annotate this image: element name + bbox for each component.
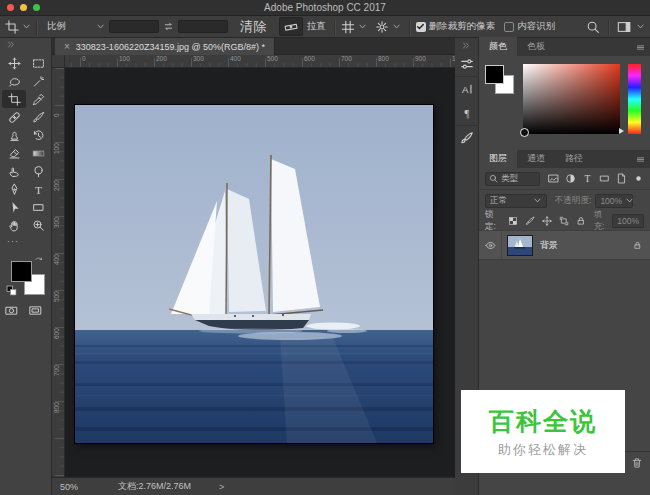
foreground-color-swatch[interactable]	[11, 261, 32, 282]
adjustments-panel-button[interactable]	[455, 52, 479, 77]
move-tool[interactable]	[2, 54, 26, 72]
zoom-level-field[interactable]: 50%	[60, 482, 100, 492]
paragraph-icon: ¶	[460, 106, 474, 120]
eyedropper-tool[interactable]	[26, 90, 50, 108]
level-icon	[284, 20, 298, 34]
swap-dimensions-icon[interactable]	[163, 21, 174, 32]
pen-tool[interactable]	[2, 180, 26, 198]
ruler-label: 500	[267, 55, 278, 62]
fill-field[interactable]: 100%	[612, 214, 644, 228]
quick-selection-tool[interactable]	[26, 72, 50, 90]
delete-cropped-checkbox[interactable]: 删除裁剪的像素	[416, 20, 496, 33]
saturation-brightness-field[interactable]	[523, 64, 620, 134]
halfcircle-icon[interactable]	[565, 173, 576, 184]
type-tool[interactable]: T	[26, 180, 50, 198]
ruler-label: 100	[53, 143, 60, 154]
history-brush-tool[interactable]	[26, 126, 50, 144]
opacity-label: 不透明度:	[555, 195, 591, 207]
foreground-color-swatch[interactable]	[485, 65, 504, 84]
eraser-tool[interactable]	[2, 144, 26, 162]
dodge-tool[interactable]	[26, 162, 50, 180]
delete-cropped-label[interactable]: 删除裁剪的像素	[429, 20, 496, 33]
gradient-tool[interactable]	[26, 144, 50, 162]
trash-icon[interactable]	[631, 457, 643, 469]
panel-menu-icon[interactable]	[636, 155, 645, 164]
crop-settings-button[interactable]	[375, 20, 401, 34]
tab-paths[interactable]: 路径	[555, 149, 593, 168]
ruler-label: 500	[53, 291, 60, 302]
quick-mask-icon[interactable]	[4, 304, 19, 317]
healing-brush-tool[interactable]	[2, 108, 26, 126]
tool-preset-picker[interactable]	[5, 20, 31, 34]
status-expand-arrow[interactable]: >	[219, 482, 224, 492]
tab-color[interactable]: 颜色	[479, 37, 517, 56]
artboard-icon[interactable]	[559, 216, 569, 226]
tools-panel: T ···	[0, 38, 52, 495]
clone-stamp-tool[interactable]	[2, 126, 26, 144]
canvas-area: 01002003004005006007008009001000 0100200…	[52, 55, 455, 477]
collapse-toolbar-icon[interactable]	[6, 40, 15, 49]
shape-tool[interactable]	[26, 198, 50, 216]
shape-small-icon[interactable]	[599, 173, 610, 184]
character-panel-button[interactable]: A	[455, 77, 479, 101]
ratio-select[interactable]: 比例	[43, 18, 109, 35]
close-tab-icon[interactable]: ×	[64, 42, 70, 52]
layer-visibility-toggle[interactable]	[479, 231, 502, 259]
layer-filter-type-select[interactable]: 类型	[485, 172, 540, 186]
lock-buttons	[508, 216, 586, 226]
default-colors-icon[interactable]	[6, 285, 17, 296]
straighten-button[interactable]	[279, 17, 303, 36]
opacity-field[interactable]: 100%	[595, 194, 633, 208]
panel-menu-icon[interactable]	[636, 43, 645, 52]
page-icon[interactable]	[616, 173, 627, 184]
healing-brush-tool-icon	[8, 111, 21, 124]
dot-icon[interactable]	[633, 173, 644, 184]
search-icon[interactable]	[586, 20, 600, 34]
ruler-label: 800	[378, 55, 389, 62]
blend-mode-select[interactable]: 正常	[485, 194, 547, 208]
status-bar: 50% 文档:2.76M/2.76M >	[52, 477, 455, 495]
marquee-tool[interactable]	[26, 54, 50, 72]
lock-icon[interactable]	[576, 216, 586, 226]
hand-tool[interactable]	[2, 216, 26, 234]
crop-height-input[interactable]	[178, 20, 228, 33]
image-icon[interactable]	[548, 173, 559, 184]
canvas-image[interactable]	[75, 105, 433, 443]
ruler-label: 800	[53, 402, 60, 413]
edit-toolbar-button[interactable]: ···	[7, 236, 19, 246]
swap-colors-icon[interactable]	[34, 255, 43, 264]
smudge-tool[interactable]	[2, 162, 26, 180]
lasso-tool[interactable]	[2, 72, 26, 90]
crop-tool[interactable]	[2, 90, 26, 108]
brush-tool[interactable]	[26, 108, 50, 126]
content-aware-label[interactable]: 内容识别	[517, 20, 555, 33]
tab-layers[interactable]: 图层	[479, 149, 517, 168]
ruler-label: 600	[304, 55, 315, 62]
brush-small-icon[interactable]	[525, 216, 535, 226]
tab-swatches[interactable]: 色板	[517, 37, 555, 56]
brushes-icon	[460, 131, 474, 145]
tab-channels[interactable]: 通道	[517, 149, 555, 168]
path-selection-tool[interactable]	[2, 198, 26, 216]
paragraph-panel-button[interactable]: ¶	[455, 101, 479, 126]
zoom-tool[interactable]	[26, 216, 50, 234]
crop-width-input[interactable]	[109, 20, 159, 33]
overlay-options-button[interactable]	[341, 20, 367, 34]
clear-button[interactable]: 清除	[234, 16, 273, 38]
color-picker-handle[interactable]	[520, 128, 529, 137]
clone-stamp-tool-icon	[8, 129, 21, 142]
workspace-switcher[interactable]	[615, 20, 645, 34]
screen-mode-icon[interactable]	[28, 304, 43, 317]
brushes-panel-button[interactable]	[455, 126, 479, 150]
type-small-icon[interactable]: T	[582, 173, 593, 184]
collapse-dock-icon[interactable]	[461, 41, 470, 50]
hue-slider[interactable]	[628, 64, 641, 134]
check-icon	[416, 22, 425, 31]
layer-thumbnail[interactable]	[508, 236, 532, 255]
chevron-down-icon	[96, 22, 105, 31]
layer-row-background[interactable]: 背景	[479, 230, 650, 260]
checker-icon[interactable]	[508, 216, 518, 226]
move-small-icon[interactable]	[542, 216, 552, 226]
content-aware-checkbox[interactable]: 内容识别	[504, 20, 555, 33]
document-tab[interactable]: × 330823-1606220Z34159.jpg @ 50%(RGB/8#)…	[55, 38, 275, 55]
